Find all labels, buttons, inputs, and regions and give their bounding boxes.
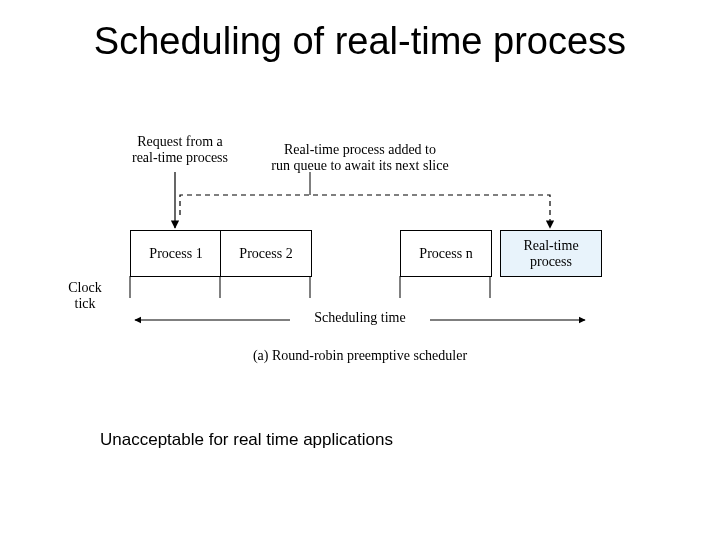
process-n-box: Process n	[400, 230, 492, 277]
request-label: Request from areal-time process	[120, 134, 240, 166]
scheduling-time-label: Scheduling time	[290, 310, 430, 326]
slide-title: Scheduling of real-time process	[0, 20, 720, 63]
realtime-process-box: Real-timeprocess	[500, 230, 602, 277]
scheduling-diagram: Request from areal-time process Real-tim…	[60, 130, 660, 390]
process-2-box: Process 2	[220, 230, 312, 277]
clock-tick-label: Clocktick	[60, 280, 110, 312]
diagram-caption: (a) Round-robin preemptive scheduler	[210, 348, 510, 364]
process-1-box: Process 1	[130, 230, 222, 277]
slide-note: Unacceptable for real time applications	[100, 430, 393, 450]
queue-added-label: Real-time process added torun queue to a…	[260, 142, 460, 174]
